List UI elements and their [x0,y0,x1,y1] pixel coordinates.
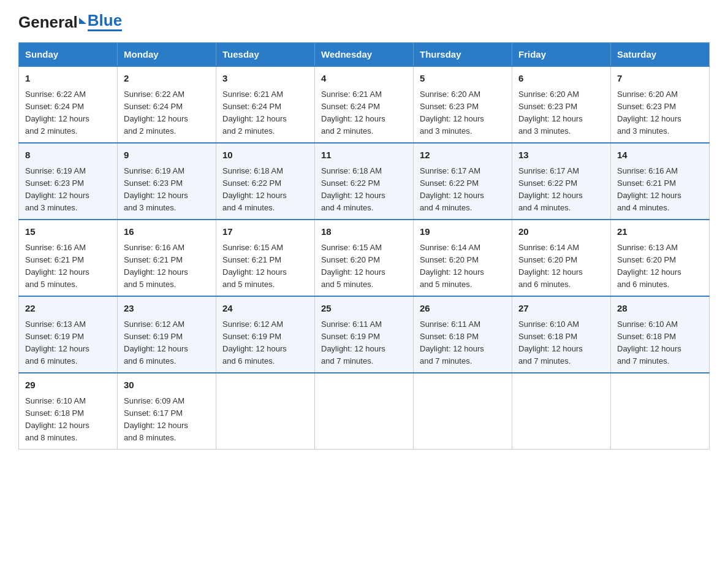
day-number: 17 [222,225,308,239]
day-number: 19 [420,225,506,239]
day-number: 2 [124,72,210,86]
calendar-week-row: 8Sunrise: 6:19 AMSunset: 6:23 PMDaylight… [19,143,710,220]
day-number: 3 [222,72,308,86]
day-number: 7 [617,72,703,86]
day-info: Sunrise: 6:20 AMSunset: 6:23 PMDaylight:… [617,88,703,138]
calendar-day-cell: 13Sunrise: 6:17 AMSunset: 6:22 PMDayligh… [512,143,611,220]
calendar-day-cell: 20Sunrise: 6:14 AMSunset: 6:20 PMDayligh… [512,220,611,296]
day-number: 21 [617,225,703,239]
calendar-day-cell [611,373,710,450]
day-info: Sunrise: 6:16 AMSunset: 6:21 PMDaylight:… [124,242,210,291]
day-info: Sunrise: 6:12 AMSunset: 6:19 PMDaylight:… [124,318,210,368]
calendar-day-cell: 17Sunrise: 6:15 AMSunset: 6:21 PMDayligh… [216,220,315,296]
day-info: Sunrise: 6:21 AMSunset: 6:24 PMDaylight:… [321,88,407,138]
day-number: 4 [321,72,407,86]
page-header: General Blue [18,12,710,31]
calendar-week-row: 15Sunrise: 6:16 AMSunset: 6:21 PMDayligh… [19,220,710,296]
calendar-day-cell: 16Sunrise: 6:16 AMSunset: 6:21 PMDayligh… [118,220,216,296]
day-number: 18 [321,225,407,239]
calendar-day-cell: 7Sunrise: 6:20 AMSunset: 6:23 PMDaylight… [611,66,710,143]
calendar-day-cell: 1Sunrise: 6:22 AMSunset: 6:24 PMDaylight… [19,66,118,143]
calendar-day-cell: 8Sunrise: 6:19 AMSunset: 6:23 PMDaylight… [19,143,118,220]
calendar-day-cell: 2Sunrise: 6:22 AMSunset: 6:24 PMDaylight… [118,66,216,143]
logo-general-text: General [18,14,78,30]
day-header-monday: Monday [118,43,216,67]
calendar-day-cell: 22Sunrise: 6:13 AMSunset: 6:19 PMDayligh… [19,296,118,373]
day-info: Sunrise: 6:10 AMSunset: 6:18 PMDaylight:… [518,318,604,368]
calendar-day-cell: 18Sunrise: 6:15 AMSunset: 6:20 PMDayligh… [315,220,414,296]
calendar-week-row: 29Sunrise: 6:10 AMSunset: 6:18 PMDayligh… [19,373,710,450]
day-info: Sunrise: 6:10 AMSunset: 6:18 PMDaylight:… [25,395,111,445]
day-info: Sunrise: 6:18 AMSunset: 6:22 PMDaylight:… [222,165,308,215]
day-info: Sunrise: 6:17 AMSunset: 6:22 PMDaylight:… [518,165,604,215]
day-number: 14 [617,148,703,163]
day-header-saturday: Saturday [611,43,710,67]
day-number: 1 [25,72,111,86]
day-info: Sunrise: 6:09 AMSunset: 6:17 PMDaylight:… [124,395,210,445]
calendar-day-cell [216,373,315,450]
calendar-day-cell [414,373,512,450]
day-number: 10 [222,148,308,163]
calendar-day-cell: 6Sunrise: 6:20 AMSunset: 6:23 PMDaylight… [512,66,611,143]
day-info: Sunrise: 6:22 AMSunset: 6:24 PMDaylight:… [124,88,210,138]
calendar-day-cell: 3Sunrise: 6:21 AMSunset: 6:24 PMDaylight… [216,66,315,143]
day-info: Sunrise: 6:11 AMSunset: 6:19 PMDaylight:… [321,318,407,368]
calendar-day-cell: 11Sunrise: 6:18 AMSunset: 6:22 PMDayligh… [315,143,414,220]
calendar-day-cell: 15Sunrise: 6:16 AMSunset: 6:21 PMDayligh… [19,220,118,296]
day-info: Sunrise: 6:14 AMSunset: 6:20 PMDaylight:… [518,242,604,291]
day-info: Sunrise: 6:15 AMSunset: 6:21 PMDaylight:… [222,242,308,291]
day-number: 27 [518,302,604,316]
calendar-week-row: 22Sunrise: 6:13 AMSunset: 6:19 PMDayligh… [19,296,710,373]
day-number: 12 [420,148,506,163]
calendar-day-cell: 26Sunrise: 6:11 AMSunset: 6:18 PMDayligh… [414,296,512,373]
day-number: 15 [25,225,111,239]
day-number: 28 [617,302,703,316]
day-number: 26 [420,302,506,316]
day-number: 11 [321,148,407,163]
calendar-day-cell: 30Sunrise: 6:09 AMSunset: 6:17 PMDayligh… [118,373,216,450]
logo: General Blue [18,12,122,31]
day-info: Sunrise: 6:16 AMSunset: 6:21 PMDaylight:… [617,165,703,215]
calendar-day-cell: 5Sunrise: 6:20 AMSunset: 6:23 PMDaylight… [414,66,512,143]
day-header-sunday: Sunday [19,43,118,67]
day-info: Sunrise: 6:15 AMSunset: 6:20 PMDaylight:… [321,242,407,291]
day-info: Sunrise: 6:14 AMSunset: 6:20 PMDaylight:… [420,242,506,291]
calendar-day-cell: 9Sunrise: 6:19 AMSunset: 6:23 PMDaylight… [118,143,216,220]
day-info: Sunrise: 6:10 AMSunset: 6:18 PMDaylight:… [617,318,703,368]
calendar-day-cell: 21Sunrise: 6:13 AMSunset: 6:20 PMDayligh… [611,220,710,296]
calendar-day-cell: 4Sunrise: 6:21 AMSunset: 6:24 PMDaylight… [315,66,414,143]
day-info: Sunrise: 6:20 AMSunset: 6:23 PMDaylight:… [518,88,604,138]
calendar-day-cell: 25Sunrise: 6:11 AMSunset: 6:19 PMDayligh… [315,296,414,373]
calendar-day-cell [315,373,414,450]
day-info: Sunrise: 6:21 AMSunset: 6:24 PMDaylight:… [222,88,308,138]
logo-triangle-icon [79,18,86,24]
calendar-day-cell: 27Sunrise: 6:10 AMSunset: 6:18 PMDayligh… [512,296,611,373]
day-header-wednesday: Wednesday [315,43,414,67]
day-info: Sunrise: 6:19 AMSunset: 6:23 PMDaylight:… [25,165,111,215]
day-number: 13 [518,148,604,163]
day-info: Sunrise: 6:22 AMSunset: 6:24 PMDaylight:… [25,88,111,138]
calendar-day-cell [512,373,611,450]
day-info: Sunrise: 6:16 AMSunset: 6:21 PMDaylight:… [25,242,111,291]
day-info: Sunrise: 6:20 AMSunset: 6:23 PMDaylight:… [420,88,506,138]
day-number: 29 [25,378,111,393]
calendar-day-cell: 23Sunrise: 6:12 AMSunset: 6:19 PMDayligh… [118,296,216,373]
calendar-day-cell: 14Sunrise: 6:16 AMSunset: 6:21 PMDayligh… [611,143,710,220]
calendar-week-row: 1Sunrise: 6:22 AMSunset: 6:24 PMDaylight… [19,66,710,143]
calendar-day-cell: 19Sunrise: 6:14 AMSunset: 6:20 PMDayligh… [414,220,512,296]
day-number: 8 [25,148,111,163]
day-number: 20 [518,225,604,239]
day-header-thursday: Thursday [414,43,512,67]
day-number: 16 [124,225,210,239]
day-info: Sunrise: 6:18 AMSunset: 6:22 PMDaylight:… [321,165,407,215]
calendar-day-cell: 24Sunrise: 6:12 AMSunset: 6:19 PMDayligh… [216,296,315,373]
logo-blue-text: Blue [88,12,122,31]
day-number: 5 [420,72,506,86]
day-header-tuesday: Tuesday [216,43,315,67]
calendar-header-row: SundayMondayTuesdayWednesdayThursdayFrid… [19,43,710,67]
calendar-day-cell: 12Sunrise: 6:17 AMSunset: 6:22 PMDayligh… [414,143,512,220]
day-number: 22 [25,302,111,316]
day-number: 24 [222,302,308,316]
day-info: Sunrise: 6:17 AMSunset: 6:22 PMDaylight:… [420,165,506,215]
day-info: Sunrise: 6:19 AMSunset: 6:23 PMDaylight:… [124,165,210,215]
